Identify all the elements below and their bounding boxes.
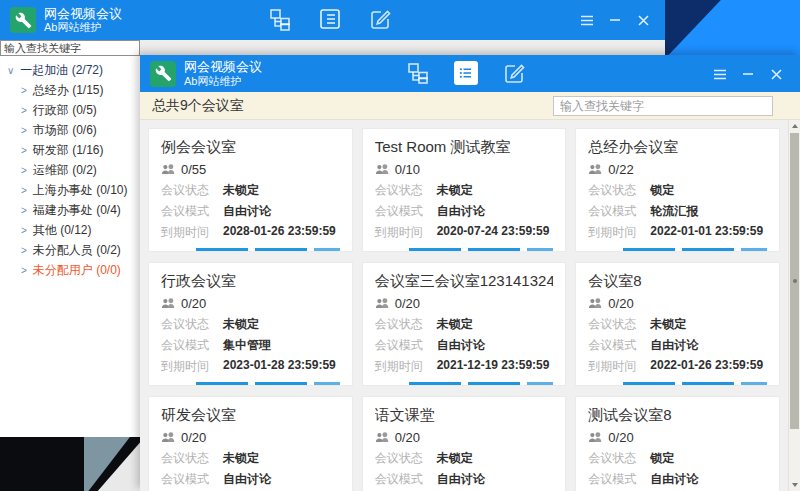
minimize-icon[interactable] [740, 66, 756, 82]
tree-chevron-icon[interactable]: > [21, 205, 27, 216]
mode-value: 自由讨论 [650, 337, 698, 354]
status-label: 会议状态 [161, 450, 223, 467]
tree-item[interactable]: > 市场部 (0/6) [0, 120, 140, 140]
join-button[interactable]: 入会 [255, 248, 307, 252]
tree-chevron-icon[interactable]: > [21, 145, 27, 156]
tree-chevron-icon[interactable]: ∨ [7, 65, 14, 76]
room-list-icon[interactable] [318, 7, 342, 31]
sidebar-search-row [0, 40, 665, 56]
join-button[interactable]: 入会 [468, 382, 520, 386]
tree-chevron-icon[interactable]: > [21, 85, 27, 96]
desktop-wallpaper-bottom-left [0, 437, 140, 491]
more-button[interactable]: ... [314, 382, 340, 386]
join-button[interactable]: 入会 [682, 248, 734, 252]
tree-item[interactable]: > 未分配人员 (0/2) [0, 240, 140, 260]
room-name: 会议室8 [588, 272, 767, 291]
tree-item[interactable]: > 行政部 (0/5) [0, 100, 140, 120]
status-label: 会议状态 [161, 316, 223, 333]
edit-icon[interactable] [502, 61, 526, 85]
tree-chevron-icon[interactable]: > [21, 225, 27, 236]
tree-chevron-icon[interactable]: > [21, 125, 27, 136]
mode-value: 自由讨论 [223, 203, 271, 220]
menu-icon[interactable] [712, 66, 728, 82]
org-chart-icon[interactable] [406, 61, 430, 85]
mode-value: 自由讨论 [437, 337, 485, 354]
more-button[interactable]: ... [314, 248, 340, 252]
participants-icon [588, 298, 602, 309]
participant-count-row: 0/20 [588, 430, 767, 445]
mode-row: 会议模式 自由讨论 [588, 337, 767, 354]
vertical-scrollbar[interactable] [788, 120, 800, 491]
invite-button[interactable]: 邀请 [196, 382, 248, 386]
scroll-down-button[interactable] [789, 479, 800, 491]
join-button[interactable]: 入会 [468, 248, 520, 252]
expire-value: 2022-01-01 23:59:59 [650, 224, 763, 241]
close-icon[interactable] [768, 66, 784, 82]
tree-chevron-icon[interactable]: > [21, 105, 27, 116]
meeting-room-card: 测试会议室8 0/20 会议状态 锁定 [575, 396, 780, 491]
invite-button[interactable]: 邀请 [623, 382, 675, 386]
status-label: 会议状态 [375, 450, 437, 467]
room-list-icon-active[interactable] [454, 61, 478, 85]
edit-icon[interactable] [368, 7, 392, 31]
tree-item[interactable]: > 福建办事处 (0/4) [0, 200, 140, 220]
expire-label: 到期时间 [588, 224, 650, 241]
tree-chevron-icon[interactable]: > [21, 165, 27, 176]
expire-row: 到期时间 2028-01-26 23:59:59 [161, 224, 340, 241]
tree-item-label: 一起加油 (2/72) [20, 62, 103, 79]
tree-item[interactable]: > 总经办 (1/15) [0, 80, 140, 100]
menu-icon[interactable] [579, 12, 595, 28]
mode-label: 会议模式 [375, 471, 437, 488]
status-value: 锁定 [650, 182, 674, 199]
participants-icon [161, 298, 175, 309]
participant-count-row: 0/20 [375, 296, 554, 311]
meeting-room-card: 语文课堂 0/20 会议状态 未锁定 [362, 396, 567, 491]
mode-row: 会议模式 自由讨论 [375, 337, 554, 354]
room-name: 行政会议室 [161, 272, 340, 291]
join-button[interactable]: 入会 [682, 382, 734, 386]
mode-label: 会议模式 [375, 203, 437, 220]
tree-item[interactable]: > 上海办事处 (0/10) [0, 180, 140, 200]
mode-label: 会议模式 [161, 203, 223, 220]
more-button[interactable]: ... [527, 248, 553, 252]
tree-chevron-icon[interactable]: > [21, 245, 27, 256]
invite-button[interactable]: 邀请 [409, 248, 461, 252]
expire-value: 2028-01-26 23:59:59 [223, 224, 336, 241]
room-name: 语文课堂 [375, 406, 554, 425]
front-window-titlebar: 网会视频会议 Ab网站维护 [140, 55, 800, 92]
front-toolbar [406, 61, 526, 85]
invite-button[interactable]: 邀请 [623, 248, 675, 252]
expire-row: 到期时间 2021-12-19 23:59:59 [375, 358, 554, 375]
scroll-up-button[interactable] [789, 120, 800, 132]
more-button[interactable]: ... [527, 382, 553, 386]
participant-count: 0/20 [608, 430, 633, 445]
tree-item[interactable]: > 未分配用户 (0/0) [0, 260, 140, 280]
sidebar-search-input[interactable] [0, 40, 140, 56]
mode-row: 会议模式 轮流汇报 [588, 203, 767, 220]
expire-label: 到期时间 [375, 358, 437, 375]
invite-button[interactable]: 邀请 [196, 248, 248, 252]
mode-value: 自由讨论 [223, 471, 271, 488]
join-button[interactable]: 入会 [255, 382, 307, 386]
room-count-summary: 总共9个会议室 [152, 97, 244, 115]
org-chart-icon[interactable] [268, 7, 292, 31]
tree-item[interactable]: > 运维部 (0/2) [0, 160, 140, 180]
minimize-icon[interactable] [607, 12, 623, 28]
status-label: 会议状态 [375, 182, 437, 199]
tree-item[interactable]: > 研发部 (1/16) [0, 140, 140, 160]
room-search-input[interactable] [553, 96, 773, 116]
more-button[interactable]: ... [741, 248, 767, 252]
tree-item-label: 运维部 (0/2) [33, 162, 97, 179]
expire-row: 到期时间 2022-01-01 23:59:59 [588, 224, 767, 241]
mode-row: 会议模式 自由讨论 [161, 203, 340, 220]
front-window: 网会视频会议 Ab网站维护 [140, 55, 800, 491]
mode-label: 会议模式 [588, 203, 650, 220]
more-button[interactable]: ... [741, 382, 767, 386]
close-icon[interactable] [635, 12, 651, 28]
tree-item[interactable]: ∨ 一起加油 (2/72) [0, 60, 140, 80]
tree-chevron-icon[interactable]: > [21, 185, 27, 196]
tree-item[interactable]: > 其他 (0/12) [0, 220, 140, 240]
invite-button[interactable]: 邀请 [409, 382, 461, 386]
tree-chevron-icon[interactable]: > [21, 265, 27, 276]
scrollbar-thumb[interactable] [790, 133, 799, 429]
